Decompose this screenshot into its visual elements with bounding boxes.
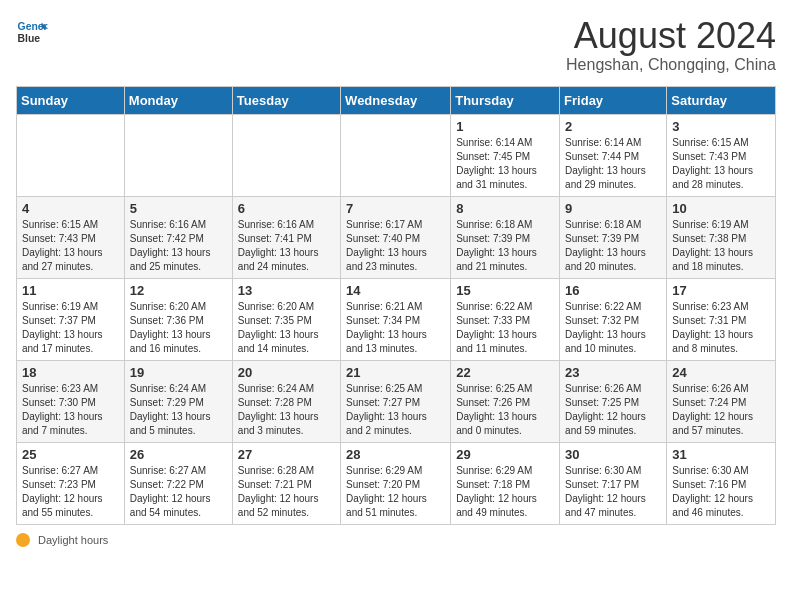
day-number: 23 (565, 365, 661, 380)
week-row-2: 4Sunrise: 6:15 AM Sunset: 7:43 PM Daylig… (17, 196, 776, 278)
day-info: Sunrise: 6:27 AM Sunset: 7:23 PM Dayligh… (22, 464, 119, 520)
svg-text:Blue: Blue (18, 33, 41, 44)
table-row: 21Sunrise: 6:25 AM Sunset: 7:27 PM Dayli… (341, 360, 451, 442)
day-info: Sunrise: 6:19 AM Sunset: 7:38 PM Dayligh… (672, 218, 770, 274)
logo-icon: General Blue (16, 16, 48, 48)
table-row: 9Sunrise: 6:18 AM Sunset: 7:39 PM Daylig… (560, 196, 667, 278)
day-info: Sunrise: 6:21 AM Sunset: 7:34 PM Dayligh… (346, 300, 445, 356)
day-info: Sunrise: 6:29 AM Sunset: 7:20 PM Dayligh… (346, 464, 445, 520)
table-row: 25Sunrise: 6:27 AM Sunset: 7:23 PM Dayli… (17, 442, 125, 524)
header: General Blue August 2024 Hengshan, Chong… (16, 16, 776, 74)
day-number: 11 (22, 283, 119, 298)
day-info: Sunrise: 6:24 AM Sunset: 7:28 PM Dayligh… (238, 382, 335, 438)
table-row: 22Sunrise: 6:25 AM Sunset: 7:26 PM Dayli… (451, 360, 560, 442)
day-number: 24 (672, 365, 770, 380)
logo: General Blue (16, 16, 48, 48)
day-info: Sunrise: 6:26 AM Sunset: 7:24 PM Dayligh… (672, 382, 770, 438)
table-row: 19Sunrise: 6:24 AM Sunset: 7:29 PM Dayli… (124, 360, 232, 442)
day-number: 15 (456, 283, 554, 298)
table-row (124, 114, 232, 196)
day-of-week-friday: Friday (560, 86, 667, 114)
day-number: 14 (346, 283, 445, 298)
table-row: 7Sunrise: 6:17 AM Sunset: 7:40 PM Daylig… (341, 196, 451, 278)
day-number: 18 (22, 365, 119, 380)
day-info: Sunrise: 6:25 AM Sunset: 7:27 PM Dayligh… (346, 382, 445, 438)
table-row: 3Sunrise: 6:15 AM Sunset: 7:43 PM Daylig… (667, 114, 776, 196)
table-row: 6Sunrise: 6:16 AM Sunset: 7:41 PM Daylig… (232, 196, 340, 278)
day-number: 1 (456, 119, 554, 134)
day-number: 6 (238, 201, 335, 216)
days-of-week-row: SundayMondayTuesdayWednesdayThursdayFrid… (17, 86, 776, 114)
day-of-week-thursday: Thursday (451, 86, 560, 114)
day-number: 25 (22, 447, 119, 462)
day-info: Sunrise: 6:22 AM Sunset: 7:33 PM Dayligh… (456, 300, 554, 356)
day-number: 3 (672, 119, 770, 134)
day-of-week-monday: Monday (124, 86, 232, 114)
day-info: Sunrise: 6:20 AM Sunset: 7:36 PM Dayligh… (130, 300, 227, 356)
day-number: 19 (130, 365, 227, 380)
day-info: Sunrise: 6:29 AM Sunset: 7:18 PM Dayligh… (456, 464, 554, 520)
calendar-body: 1Sunrise: 6:14 AM Sunset: 7:45 PM Daylig… (17, 114, 776, 524)
table-row: 28Sunrise: 6:29 AM Sunset: 7:20 PM Dayli… (341, 442, 451, 524)
day-number: 16 (565, 283, 661, 298)
calendar-header: SundayMondayTuesdayWednesdayThursdayFrid… (17, 86, 776, 114)
table-row: 30Sunrise: 6:30 AM Sunset: 7:17 PM Dayli… (560, 442, 667, 524)
table-row: 12Sunrise: 6:20 AM Sunset: 7:36 PM Dayli… (124, 278, 232, 360)
day-info: Sunrise: 6:23 AM Sunset: 7:31 PM Dayligh… (672, 300, 770, 356)
week-row-1: 1Sunrise: 6:14 AM Sunset: 7:45 PM Daylig… (17, 114, 776, 196)
day-number: 7 (346, 201, 445, 216)
table-row: 17Sunrise: 6:23 AM Sunset: 7:31 PM Dayli… (667, 278, 776, 360)
day-info: Sunrise: 6:22 AM Sunset: 7:32 PM Dayligh… (565, 300, 661, 356)
table-row: 5Sunrise: 6:16 AM Sunset: 7:42 PM Daylig… (124, 196, 232, 278)
table-row: 27Sunrise: 6:28 AM Sunset: 7:21 PM Dayli… (232, 442, 340, 524)
day-info: Sunrise: 6:19 AM Sunset: 7:37 PM Dayligh… (22, 300, 119, 356)
day-number: 2 (565, 119, 661, 134)
table-row: 16Sunrise: 6:22 AM Sunset: 7:32 PM Dayli… (560, 278, 667, 360)
table-row: 26Sunrise: 6:27 AM Sunset: 7:22 PM Dayli… (124, 442, 232, 524)
day-number: 20 (238, 365, 335, 380)
table-row: 23Sunrise: 6:26 AM Sunset: 7:25 PM Dayli… (560, 360, 667, 442)
main-title: August 2024 (566, 16, 776, 56)
day-number: 5 (130, 201, 227, 216)
day-info: Sunrise: 6:14 AM Sunset: 7:45 PM Dayligh… (456, 136, 554, 192)
table-row (341, 114, 451, 196)
day-of-week-sunday: Sunday (17, 86, 125, 114)
table-row (17, 114, 125, 196)
day-info: Sunrise: 6:26 AM Sunset: 7:25 PM Dayligh… (565, 382, 661, 438)
table-row: 20Sunrise: 6:24 AM Sunset: 7:28 PM Dayli… (232, 360, 340, 442)
day-number: 12 (130, 283, 227, 298)
subtitle: Hengshan, Chongqing, China (566, 56, 776, 74)
calendar: SundayMondayTuesdayWednesdayThursdayFrid… (16, 86, 776, 525)
day-info: Sunrise: 6:15 AM Sunset: 7:43 PM Dayligh… (672, 136, 770, 192)
footer-note: Daylight hours (16, 533, 776, 547)
day-info: Sunrise: 6:18 AM Sunset: 7:39 PM Dayligh… (456, 218, 554, 274)
day-number: 4 (22, 201, 119, 216)
day-info: Sunrise: 6:14 AM Sunset: 7:44 PM Dayligh… (565, 136, 661, 192)
week-row-4: 18Sunrise: 6:23 AM Sunset: 7:30 PM Dayli… (17, 360, 776, 442)
day-number: 8 (456, 201, 554, 216)
table-row: 31Sunrise: 6:30 AM Sunset: 7:16 PM Dayli… (667, 442, 776, 524)
day-info: Sunrise: 6:30 AM Sunset: 7:16 PM Dayligh… (672, 464, 770, 520)
day-number: 9 (565, 201, 661, 216)
day-number: 13 (238, 283, 335, 298)
day-info: Sunrise: 6:27 AM Sunset: 7:22 PM Dayligh… (130, 464, 227, 520)
daylight-hours-label: Daylight hours (38, 534, 108, 546)
day-number: 31 (672, 447, 770, 462)
week-row-5: 25Sunrise: 6:27 AM Sunset: 7:23 PM Dayli… (17, 442, 776, 524)
day-number: 21 (346, 365, 445, 380)
day-info: Sunrise: 6:24 AM Sunset: 7:29 PM Dayligh… (130, 382, 227, 438)
sun-icon (16, 533, 30, 547)
day-info: Sunrise: 6:16 AM Sunset: 7:42 PM Dayligh… (130, 218, 227, 274)
table-row: 29Sunrise: 6:29 AM Sunset: 7:18 PM Dayli… (451, 442, 560, 524)
day-number: 30 (565, 447, 661, 462)
day-info: Sunrise: 6:17 AM Sunset: 7:40 PM Dayligh… (346, 218, 445, 274)
table-row: 10Sunrise: 6:19 AM Sunset: 7:38 PM Dayli… (667, 196, 776, 278)
table-row: 13Sunrise: 6:20 AM Sunset: 7:35 PM Dayli… (232, 278, 340, 360)
week-row-3: 11Sunrise: 6:19 AM Sunset: 7:37 PM Dayli… (17, 278, 776, 360)
table-row: 15Sunrise: 6:22 AM Sunset: 7:33 PM Dayli… (451, 278, 560, 360)
table-row: 8Sunrise: 6:18 AM Sunset: 7:39 PM Daylig… (451, 196, 560, 278)
day-number: 29 (456, 447, 554, 462)
table-row: 11Sunrise: 6:19 AM Sunset: 7:37 PM Dayli… (17, 278, 125, 360)
day-number: 17 (672, 283, 770, 298)
day-number: 26 (130, 447, 227, 462)
